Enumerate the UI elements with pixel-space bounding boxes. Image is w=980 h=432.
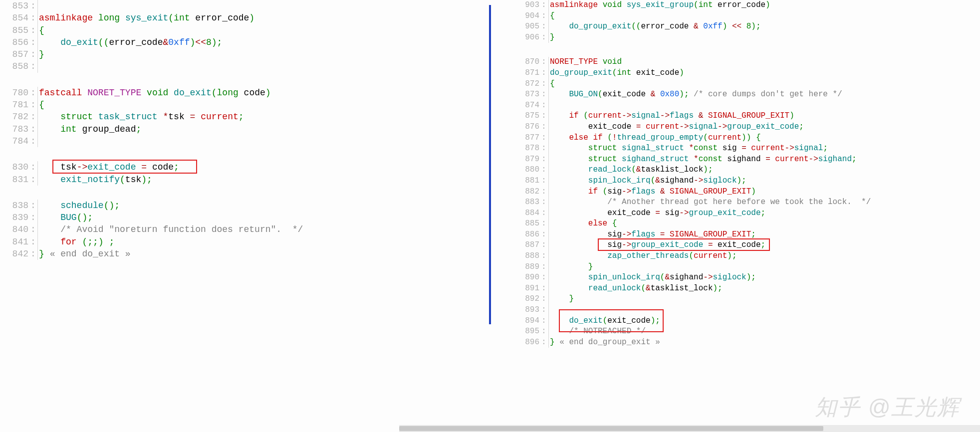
code-text: asmlinkage void sys_exit_group(int error… xyxy=(550,0,770,11)
vertical-divider xyxy=(489,5,491,324)
code-line: 876: exit_code = current->signal->group_… xyxy=(513,122,980,133)
line-number: 889 xyxy=(513,262,541,273)
code-line: 830: tsk->exit_code = code; xyxy=(2,161,469,173)
code-text: { xyxy=(39,99,44,111)
code-text: exit_code = current->signal->group_exit_… xyxy=(550,122,804,133)
code-text: NORET_TYPE void xyxy=(550,57,622,68)
code-text: } xyxy=(550,262,593,273)
code-line: 896:} « end do_group_exit » xyxy=(513,337,980,348)
code-line: 784: xyxy=(2,135,469,147)
code-text: zap_other_threads(current); xyxy=(550,251,737,262)
code-line: 780:fastcall NORET_TYPE void do_exit(lon… xyxy=(2,87,469,99)
code-line: 872:{ xyxy=(513,79,980,90)
line-number: 854 xyxy=(2,12,30,24)
line-number: 892 xyxy=(513,294,541,305)
code-line: 871:do_group_exit(int exit_code) xyxy=(513,68,980,79)
line-number: 841 xyxy=(2,236,30,248)
code-line: 893: xyxy=(513,305,980,316)
code-text: /* Another thread got here before we too… xyxy=(550,197,871,208)
code-text: } « end do_group_exit » xyxy=(550,337,660,348)
line-number: 831 xyxy=(2,174,30,186)
code-text: schedule(); xyxy=(39,200,120,212)
code-text: /* NOTREACHED */ xyxy=(550,326,646,337)
code-text: do_exit((error_code&0xff)<<8); xyxy=(39,36,222,48)
code-line: 904:{ xyxy=(513,11,980,22)
line-number: 890 xyxy=(513,272,541,283)
code-line: 887: sig->group_exit_code = exit_code; xyxy=(513,240,980,251)
code-line: 889: } xyxy=(513,262,980,273)
line-number: 858 xyxy=(2,60,30,72)
code-line: 878: struct signal_struct *const sig = c… xyxy=(513,143,980,154)
code-text: spin_unlock_irq(&sighand->siglock); xyxy=(550,272,756,283)
code-line: 905: do_group_exit((error_code & 0xff) <… xyxy=(513,21,980,32)
code-block-do-exit-tail: 838: schedule(); 839: BUG(); 840: /* Avo… xyxy=(2,200,469,260)
line-number: 784 xyxy=(2,135,30,147)
scrollbar-thumb[interactable] xyxy=(399,426,823,431)
code-text: struct task_struct *tsk = current; xyxy=(39,111,244,123)
line-number: 883 xyxy=(513,197,541,208)
code-line: 840: /* Avoid "noreturn function does re… xyxy=(2,223,469,235)
code-block-sys-exit-group: 903:asmlinkage void sys_exit_group(int e… xyxy=(513,0,980,43)
code-line: 839: BUG(); xyxy=(2,212,469,223)
line-number: 888 xyxy=(513,251,541,262)
code-line: 858: xyxy=(2,60,469,72)
line-number: 853 xyxy=(2,0,30,12)
right-code-pane: 903:asmlinkage void sys_exit_group(int e… xyxy=(511,0,980,432)
code-text: } xyxy=(550,32,555,43)
code-line: 831: exit_notify(tsk); xyxy=(2,174,469,186)
code-line: 883: /* Another thread got here before w… xyxy=(513,197,980,208)
line-number: 873 xyxy=(513,89,541,100)
line-number: 870 xyxy=(513,57,541,68)
code-line: 783: int group_dead; xyxy=(2,123,469,135)
code-diff-container: 853: 854:asmlinkage long sys_exit(int er… xyxy=(0,0,980,432)
code-text: { xyxy=(550,79,555,90)
code-text: BUG_ON(exit_code & 0x80); /* core dumps … xyxy=(550,89,842,100)
line-number: 882 xyxy=(513,187,541,198)
left-code-pane: 853: 854:asmlinkage long sys_exit(int er… xyxy=(0,0,469,432)
code-line: 875: if (current->signal->flags & SIGNAL… xyxy=(513,111,980,122)
code-text: struct signal_struct *const sig = curren… xyxy=(550,143,828,154)
code-line: 841: for (;;) ; xyxy=(2,236,469,248)
horizontal-scrollbar[interactable] xyxy=(399,425,980,432)
line-number: 893 xyxy=(513,305,541,316)
line-number: 839 xyxy=(2,212,30,223)
code-line: 890: spin_unlock_irq(&sighand->siglock); xyxy=(513,272,980,283)
code-block-sys-exit: 853: 854:asmlinkage long sys_exit(int er… xyxy=(2,0,469,73)
line-number: 838 xyxy=(2,200,30,212)
code-text: } « end do_exit » xyxy=(39,248,131,260)
line-number: 879 xyxy=(513,154,541,165)
code-line: 884: exit_code = sig->group_exit_code; xyxy=(513,208,980,219)
code-text: { xyxy=(39,24,44,36)
line-number: 783 xyxy=(2,123,30,135)
line-number: 880 xyxy=(513,165,541,176)
line-number: 876 xyxy=(513,122,541,133)
code-text: asmlinkage long sys_exit(int error_code) xyxy=(39,12,254,24)
line-number: 905 xyxy=(513,21,541,32)
code-text: if (sig->flags & SIGNAL_GROUP_EXIT) xyxy=(550,187,756,198)
line-number: 875 xyxy=(513,111,541,122)
code-text: do_group_exit(int exit_code) xyxy=(550,68,684,79)
code-line: 891: read_unlock(&tasklist_lock); xyxy=(513,283,980,294)
code-block-do-group-exit: 870:NORET_TYPE void 871:do_group_exit(in… xyxy=(513,57,980,348)
line-number: 780 xyxy=(2,87,30,99)
code-text: spin_lock_irq(&sighand->siglock); xyxy=(550,176,746,187)
line-number: 903 xyxy=(513,0,541,11)
line-number: 881 xyxy=(513,176,541,187)
code-text: for (;;) ; xyxy=(39,236,114,248)
code-text: /* Avoid "noreturn function does return"… xyxy=(39,223,303,235)
code-line: 856: do_exit((error_code&0xff)<<8); xyxy=(2,36,469,48)
line-number: 840 xyxy=(2,223,30,235)
code-text: read_lock(&tasklist_lock); xyxy=(550,165,713,176)
line-number: 872 xyxy=(513,79,541,90)
code-line: 906:} xyxy=(513,32,980,43)
code-line: 877: else if (!thread_group_empty(curren… xyxy=(513,133,980,144)
line-number: 886 xyxy=(513,229,541,240)
line-number: 877 xyxy=(513,133,541,144)
code-line: 885: else { xyxy=(513,218,980,229)
code-block-do-exit-mid: 830: tsk->exit_code = code; 831: exit_no… xyxy=(2,161,469,186)
code-text: struct sighand_struct *const sighand = c… xyxy=(550,154,857,165)
code-line: 895: /* NOTREACHED */ xyxy=(513,326,980,337)
code-line: 838: schedule(); xyxy=(2,200,469,212)
code-line: 888: zap_other_threads(current); xyxy=(513,251,980,262)
code-line: 882: if (sig->flags & SIGNAL_GROUP_EXIT) xyxy=(513,187,980,198)
